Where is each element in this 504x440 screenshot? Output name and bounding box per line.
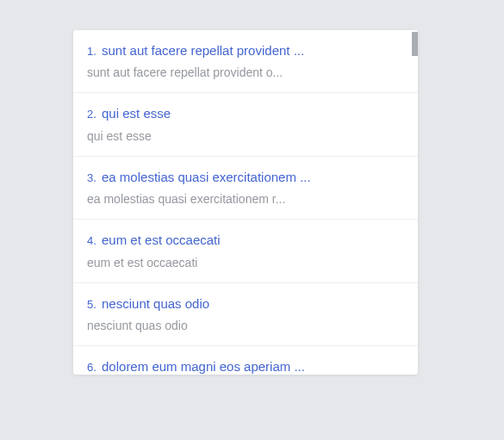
post-title: 4. eum et est occaecati xyxy=(87,232,404,249)
post-title-text: nesciunt quas odio xyxy=(102,296,209,311)
post-body: eum et est occaecati xyxy=(87,255,404,270)
post-number: 6. xyxy=(87,361,96,374)
post-body: qui est esse xyxy=(87,128,404,144)
post-number: 2. xyxy=(87,108,96,121)
post-title-text: dolorem eum magni eos aperiam ... xyxy=(102,359,305,374)
post-title: 6. dolorem eum magni eos aperiam ... xyxy=(87,358,404,375)
post-body: sunt aut facere repellat provident o... xyxy=(87,65,404,80)
post-title: 5. nesciunt quas odio xyxy=(87,295,404,313)
post-title: 2. qui est esse xyxy=(87,105,404,122)
post-title: 3. ea molestias quasi exercitationem ... xyxy=(87,169,404,186)
list-card: 1. sunt aut facere repellat provident ..… xyxy=(73,30,418,375)
post-number: 4. xyxy=(87,234,96,247)
list-item[interactable]: 1. sunt aut facere repellat provident ..… xyxy=(73,30,418,93)
post-title-text: sunt aut facere repellat provident ... xyxy=(102,43,304,58)
post-title-text: qui est esse xyxy=(102,106,171,121)
post-body: ea molestias quasi exercitationem r... xyxy=(87,191,404,207)
post-title-text: ea molestias quasi exercitationem ... xyxy=(102,170,311,184)
post-list[interactable]: 1. sunt aut facere repellat provident ..… xyxy=(73,30,418,375)
post-number: 3. xyxy=(87,171,96,184)
list-item[interactable]: 6. dolorem eum magni eos aperiam ... dol… xyxy=(73,346,418,375)
post-title: 1. sunt aut facere repellat provident ..… xyxy=(87,42,404,59)
list-item[interactable]: 4. eum et est occaecati eum et est occae… xyxy=(73,220,418,282)
scrollbar-thumb[interactable] xyxy=(412,32,418,56)
list-item[interactable]: 3. ea molestias quasi exercitationem ...… xyxy=(73,157,418,220)
post-title-text: eum et est occaecati xyxy=(102,232,221,247)
post-body: nesciunt quas odio xyxy=(87,318,404,333)
post-number: 5. xyxy=(87,298,96,311)
list-item[interactable]: 2. qui est esse qui est esse xyxy=(73,93,418,156)
list-item[interactable]: 5. nesciunt quas odio nesciunt quas odio xyxy=(73,283,418,346)
post-number: 1. xyxy=(87,45,96,58)
